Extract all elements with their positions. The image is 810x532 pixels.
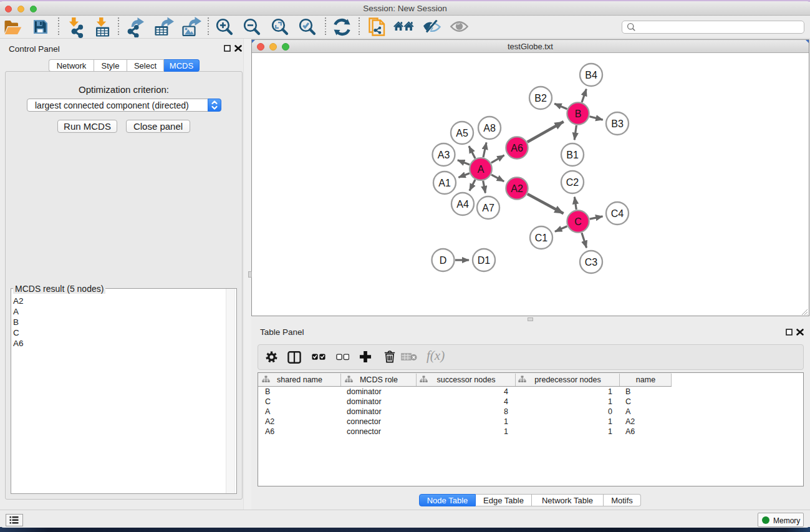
svg-text:B4: B4	[585, 70, 597, 80]
svg-text:C3: C3	[585, 257, 598, 268]
svg-text:C2: C2	[566, 177, 579, 188]
svg-text:C4: C4	[611, 208, 624, 219]
svg-text:D1: D1	[478, 255, 491, 266]
svg-text:C: C	[574, 216, 582, 227]
svg-text:B2: B2	[534, 93, 547, 104]
svg-text:A8: A8	[483, 123, 496, 133]
svg-text:A3: A3	[438, 150, 450, 160]
svg-text:A: A	[478, 164, 485, 175]
svg-text:A4: A4	[456, 199, 469, 210]
svg-text:A1: A1	[438, 178, 451, 188]
svg-text:B3: B3	[611, 118, 624, 129]
svg-text:A2: A2	[511, 183, 523, 194]
svg-text:A6: A6	[511, 143, 523, 153]
svg-text:B: B	[575, 109, 582, 119]
svg-text:A7: A7	[482, 203, 494, 213]
svg-text:C1: C1	[535, 233, 548, 243]
svg-text:A5: A5	[456, 128, 468, 138]
svg-text:D: D	[440, 255, 447, 266]
svg-text:B1: B1	[566, 150, 579, 160]
